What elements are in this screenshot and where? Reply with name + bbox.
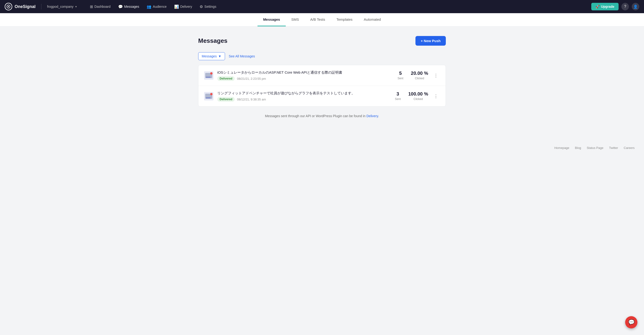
- table-row: リングフィットアドベンチャーで社員が遊びながらグラフを表示をテストしています。 …: [198, 86, 446, 106]
- nav-divider: [41, 4, 42, 9]
- footer-link-status[interactable]: Status Page: [587, 146, 604, 150]
- stat-sent: 5 Sent: [398, 71, 404, 80]
- footer-link-homepage[interactable]: Homepage: [554, 146, 570, 150]
- page-footer: Homepage Blog Status Page Twitter Career…: [0, 141, 644, 154]
- message-title: リングフィットアドベンチャーで社員が遊びながらグラフを表示をテストしています。: [217, 91, 391, 95]
- message-date: 08/21/21, 2:23:55 pm: [237, 77, 266, 80]
- message-info: iOSシミュレータからローカルのASP.NET Core Web APIと通信す…: [217, 70, 394, 81]
- footer-link-careers[interactable]: Careers: [624, 146, 634, 150]
- page-header: Messages + New Push: [198, 36, 446, 46]
- settings-icon: ⚙: [200, 4, 203, 9]
- clicked-label: Clicked: [415, 77, 424, 80]
- brand-name: OneSignal: [14, 4, 36, 9]
- footer-note: Messages sent through our API or WordPre…: [198, 114, 446, 118]
- message-stats: 5 Sent 20.00 % Clicked: [398, 71, 428, 80]
- stat-clicked: 100.00 % Clicked: [408, 91, 428, 101]
- avatar-icon: 👤: [633, 4, 638, 9]
- delivery-link[interactable]: Delivery: [366, 114, 378, 118]
- see-all-messages-link[interactable]: See All Messages: [229, 54, 255, 58]
- subnav: Messages SMS A/B Tests Templates Automat…: [0, 13, 644, 26]
- messages-icon: 💬: [118, 4, 123, 9]
- page-title: Messages: [198, 37, 228, 44]
- nav-item-messages[interactable]: 💬 Messages: [115, 2, 143, 11]
- more-options-button[interactable]: ⋮: [432, 72, 440, 79]
- message-meta: Delivered 08/21/21, 2:23:55 pm: [217, 76, 394, 81]
- dashboard-icon: ⊞: [90, 4, 93, 9]
- upgrade-label: Upgrade: [601, 5, 614, 8]
- messages-filter-dropdown[interactable]: Messages ▼: [198, 52, 225, 60]
- nav-label-messages: Messages: [124, 5, 139, 8]
- message-thumbnail: [204, 71, 214, 80]
- messages-list: iOSシミュレータからローカルのASP.NET Core Web APIと通信す…: [198, 65, 446, 107]
- new-push-label: + New Push: [420, 39, 441, 43]
- message-meta: Delivered 08/12/21, 9:38:35 am: [217, 97, 391, 102]
- brand: OneSignal: [5, 3, 36, 10]
- status-badge: Delivered: [217, 97, 235, 102]
- stat-sent: 3 Sent: [395, 91, 401, 101]
- clicked-value: 100.00 %: [408, 91, 428, 97]
- more-options-button[interactable]: ⋮: [432, 93, 440, 100]
- sent-label: Sent: [398, 77, 404, 80]
- help-button[interactable]: ?: [622, 3, 629, 10]
- svg-point-2: [8, 6, 9, 7]
- clicked-value: 20.00 %: [411, 71, 428, 76]
- nav-item-dashboard[interactable]: ⊞ Dashboard: [86, 2, 114, 11]
- nav-label-audience: Audience: [153, 5, 166, 8]
- status-badge: Delivered: [217, 76, 235, 81]
- message-thumbnail: [204, 92, 214, 100]
- filter-row: Messages ▼ See All Messages: [198, 52, 446, 60]
- clicked-label: Clicked: [414, 97, 423, 101]
- filter-label: Messages: [202, 54, 217, 58]
- navbar: OneSignal frogpod_company ▼ ⊞ Dashboard …: [0, 0, 644, 13]
- navbar-nav: ⊞ Dashboard 💬 Messages 👥 Audience 📊 Deli…: [86, 2, 586, 11]
- nav-label-settings: Settings: [204, 5, 216, 8]
- company-name: frogpod_company: [47, 5, 74, 8]
- avatar-button[interactable]: 👤: [632, 3, 639, 10]
- sent-label: Sent: [395, 97, 401, 101]
- upgrade-icon: 🚀: [596, 5, 600, 8]
- tab-templates[interactable]: Templates: [331, 13, 358, 26]
- chat-icon: 💬: [628, 319, 634, 325]
- message-info: リングフィットアドベンチャーで社員が遊びながらグラフを表示をテストしています。 …: [217, 91, 391, 102]
- help-icon: ?: [624, 4, 626, 9]
- chevron-down-icon: ▼: [75, 5, 77, 8]
- nav-label-dashboard: Dashboard: [94, 5, 111, 8]
- nav-item-settings[interactable]: ⚙ Settings: [196, 2, 220, 11]
- tab-automated[interactable]: Automated: [358, 13, 387, 26]
- message-title: iOSシミュレータからローカルのASP.NET Core Web APIと通信す…: [217, 70, 394, 75]
- brand-logo: [5, 3, 12, 10]
- message-date: 08/12/21, 9:38:35 am: [237, 98, 266, 101]
- message-stats: 3 Sent 100.00 % Clicked: [395, 91, 428, 101]
- nav-item-delivery[interactable]: 📊 Delivery: [171, 2, 196, 11]
- table-row: iOSシミュレータからローカルのASP.NET Core Web APIと通信す…: [198, 65, 446, 86]
- audience-icon: 👥: [147, 4, 151, 9]
- sent-value: 5: [398, 71, 404, 76]
- chat-button[interactable]: 💬: [625, 316, 638, 329]
- upgrade-button[interactable]: 🚀 Upgrade: [591, 3, 618, 10]
- company-selector[interactable]: frogpod_company ▼: [47, 5, 77, 8]
- tab-sms[interactable]: SMS: [286, 13, 305, 26]
- nav-label-delivery: Delivery: [180, 5, 192, 8]
- tab-messages[interactable]: Messages: [258, 13, 286, 26]
- delivery-icon: 📊: [174, 4, 179, 9]
- main-content: Messages + New Push Messages ▼ See All M…: [192, 26, 452, 141]
- stat-clicked: 20.00 % Clicked: [411, 71, 428, 80]
- footer-link-twitter[interactable]: Twitter: [609, 146, 618, 150]
- new-push-button[interactable]: + New Push: [416, 36, 446, 46]
- tab-abtests[interactable]: A/B Tests: [304, 13, 331, 26]
- nav-item-audience[interactable]: 👥 Audience: [143, 2, 170, 11]
- filter-chevron-icon: ▼: [218, 54, 222, 58]
- footer-link-blog[interactable]: Blog: [575, 146, 581, 150]
- sent-value: 3: [395, 91, 401, 97]
- navbar-actions: 🚀 Upgrade ? 👤: [591, 3, 639, 10]
